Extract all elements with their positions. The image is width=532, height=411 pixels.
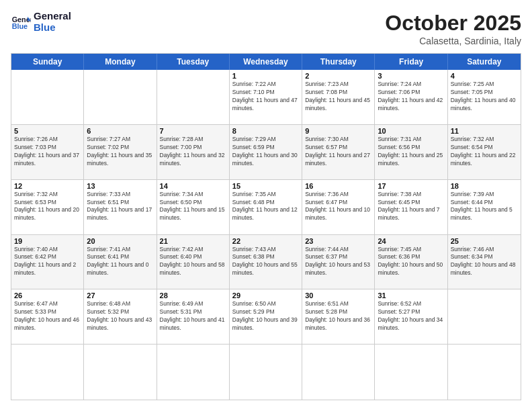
- day-number: 21: [160, 237, 226, 245]
- sun-info: Sunrise: 7:44 AM Sunset: 6:37 PM Dayligh…: [305, 246, 371, 278]
- day-cell-28: 28Sunrise: 6:49 AM Sunset: 5:31 PM Dayli…: [157, 289, 230, 344]
- weekday-header-wednesday: Wednesday: [230, 54, 302, 70]
- logo: General Blue General Blue: [11, 11, 71, 33]
- day-number: 18: [451, 182, 518, 190]
- day-cell-8: 8Sunrise: 7:29 AM Sunset: 6:59 PM Daylig…: [230, 125, 302, 179]
- sun-info: Sunrise: 6:51 AM Sunset: 5:28 PM Dayligh…: [305, 300, 371, 332]
- sun-info: Sunrise: 7:26 AM Sunset: 7:03 PM Dayligh…: [14, 136, 81, 168]
- sun-info: Sunrise: 7:29 AM Sunset: 6:59 PM Dayligh…: [232, 136, 299, 168]
- weekday-header-monday: Monday: [84, 54, 157, 70]
- sun-info: Sunrise: 6:49 AM Sunset: 5:31 PM Dayligh…: [160, 300, 226, 332]
- day-cell-14: 14Sunrise: 7:34 AM Sunset: 6:50 PM Dayli…: [157, 180, 230, 234]
- weekday-header-sunday: Sunday: [11, 54, 84, 70]
- sun-info: Sunrise: 6:50 AM Sunset: 5:29 PM Dayligh…: [232, 300, 299, 332]
- sun-info: Sunrise: 7:45 AM Sunset: 6:36 PM Dayligh…: [378, 246, 444, 278]
- sun-info: Sunrise: 7:36 AM Sunset: 6:47 PM Dayligh…: [305, 191, 371, 223]
- empty-cell: [84, 345, 157, 400]
- sun-info: Sunrise: 7:23 AM Sunset: 7:08 PM Dayligh…: [305, 81, 371, 113]
- sun-info: Sunrise: 7:33 AM Sunset: 6:51 PM Dayligh…: [87, 191, 153, 223]
- day-number: 8: [232, 127, 299, 135]
- day-number: 26: [14, 291, 81, 300]
- empty-cell: [230, 345, 302, 400]
- day-number: 23: [305, 237, 371, 245]
- day-number: 25: [451, 237, 518, 245]
- sun-info: Sunrise: 6:47 AM Sunset: 5:33 PM Dayligh…: [14, 300, 81, 332]
- empty-cell: [157, 70, 230, 124]
- sun-info: Sunrise: 6:52 AM Sunset: 5:27 PM Dayligh…: [378, 300, 444, 332]
- sun-info: Sunrise: 7:40 AM Sunset: 6:42 PM Dayligh…: [14, 246, 81, 278]
- day-number: 12: [14, 182, 81, 190]
- sun-info: Sunrise: 7:22 AM Sunset: 7:10 PM Dayligh…: [232, 81, 299, 113]
- day-cell-5: 5Sunrise: 7:26 AM Sunset: 7:03 PM Daylig…: [11, 125, 84, 179]
- day-cell-27: 27Sunrise: 6:48 AM Sunset: 5:32 PM Dayli…: [84, 289, 157, 344]
- empty-cell: [11, 345, 84, 400]
- sun-info: Sunrise: 7:34 AM Sunset: 6:50 PM Dayligh…: [160, 191, 226, 223]
- logo-icon: General Blue: [11, 12, 31, 32]
- empty-cell: [448, 345, 521, 400]
- day-cell-19: 19Sunrise: 7:40 AM Sunset: 6:42 PM Dayli…: [11, 235, 84, 289]
- sun-info: Sunrise: 7:41 AM Sunset: 6:41 PM Dayligh…: [87, 246, 153, 278]
- day-number: 27: [87, 291, 153, 300]
- day-cell-10: 10Sunrise: 7:31 AM Sunset: 6:56 PM Dayli…: [375, 125, 447, 179]
- empty-cell: [448, 289, 521, 344]
- day-cell-12: 12Sunrise: 7:32 AM Sunset: 6:53 PM Dayli…: [11, 180, 84, 234]
- weekday-header-tuesday: Tuesday: [157, 54, 230, 70]
- sun-info: Sunrise: 7:31 AM Sunset: 6:56 PM Dayligh…: [378, 136, 444, 168]
- sun-info: Sunrise: 7:32 AM Sunset: 6:53 PM Dayligh…: [14, 191, 81, 223]
- day-number: 2: [305, 72, 371, 80]
- week-row-1: 1Sunrise: 7:22 AM Sunset: 7:10 PM Daylig…: [11, 70, 521, 125]
- empty-cell: [11, 70, 84, 124]
- day-cell-13: 13Sunrise: 7:33 AM Sunset: 6:51 PM Dayli…: [84, 180, 157, 234]
- weekday-header-saturday: Saturday: [448, 54, 521, 70]
- day-number: 29: [232, 291, 299, 300]
- page-header: General Blue General Blue October 2025 C…: [11, 11, 521, 46]
- day-cell-7: 7Sunrise: 7:28 AM Sunset: 7:00 PM Daylig…: [157, 125, 230, 179]
- day-number: 7: [160, 127, 226, 135]
- sun-info: Sunrise: 7:25 AM Sunset: 7:05 PM Dayligh…: [451, 81, 518, 113]
- day-cell-25: 25Sunrise: 7:46 AM Sunset: 6:34 PM Dayli…: [448, 235, 521, 289]
- sun-info: Sunrise: 7:24 AM Sunset: 7:06 PM Dayligh…: [378, 81, 444, 113]
- day-number: 17: [378, 182, 444, 190]
- day-cell-21: 21Sunrise: 7:42 AM Sunset: 6:40 PM Dayli…: [157, 235, 230, 289]
- day-number: 16: [305, 182, 371, 190]
- title-block: October 2025 Calasetta, Sardinia, Italy: [385, 11, 521, 46]
- empty-cell: [157, 345, 230, 400]
- day-cell-22: 22Sunrise: 7:43 AM Sunset: 6:38 PM Dayli…: [230, 235, 302, 289]
- day-number: 15: [232, 182, 299, 190]
- day-cell-29: 29Sunrise: 6:50 AM Sunset: 5:29 PM Dayli…: [230, 289, 302, 344]
- day-number: 20: [87, 237, 153, 245]
- week-row-5: 26Sunrise: 6:47 AM Sunset: 5:33 PM Dayli…: [11, 289, 521, 345]
- day-number: 4: [451, 72, 518, 80]
- day-number: 3: [378, 72, 444, 80]
- day-number: 9: [305, 127, 371, 135]
- day-cell-30: 30Sunrise: 6:51 AM Sunset: 5:28 PM Dayli…: [302, 289, 375, 344]
- day-number: 6: [87, 127, 153, 135]
- calendar-body: 1Sunrise: 7:22 AM Sunset: 7:10 PM Daylig…: [11, 70, 521, 400]
- day-cell-4: 4Sunrise: 7:25 AM Sunset: 7:05 PM Daylig…: [448, 70, 521, 124]
- sun-info: Sunrise: 7:43 AM Sunset: 6:38 PM Dayligh…: [232, 246, 299, 278]
- sun-info: Sunrise: 7:32 AM Sunset: 6:54 PM Dayligh…: [451, 136, 518, 168]
- day-cell-16: 16Sunrise: 7:36 AM Sunset: 6:47 PM Dayli…: [302, 180, 375, 234]
- day-cell-23: 23Sunrise: 7:44 AM Sunset: 6:37 PM Dayli…: [302, 235, 375, 289]
- day-number: 13: [87, 182, 153, 190]
- logo-general-text: General: [34, 11, 71, 22]
- day-number: 28: [160, 291, 226, 300]
- sun-info: Sunrise: 7:28 AM Sunset: 7:00 PM Dayligh…: [160, 136, 226, 168]
- empty-cell: [84, 70, 157, 124]
- day-cell-3: 3Sunrise: 7:24 AM Sunset: 7:06 PM Daylig…: [375, 70, 447, 124]
- week-row-6: [11, 345, 521, 400]
- day-number: 5: [14, 127, 81, 135]
- sun-info: Sunrise: 7:39 AM Sunset: 6:44 PM Dayligh…: [451, 191, 518, 223]
- logo-blue-text: Blue: [34, 22, 71, 34]
- sun-info: Sunrise: 7:35 AM Sunset: 6:48 PM Dayligh…: [232, 191, 299, 223]
- day-cell-1: 1Sunrise: 7:22 AM Sunset: 7:10 PM Daylig…: [230, 70, 302, 124]
- calendar-page: General Blue General Blue October 2025 C…: [0, 0, 532, 411]
- day-number: 30: [305, 291, 371, 300]
- weekday-header-thursday: Thursday: [302, 54, 375, 70]
- day-number: 1: [232, 72, 299, 80]
- weekday-header-friday: Friday: [375, 54, 447, 70]
- week-row-2: 5Sunrise: 7:26 AM Sunset: 7:03 PM Daylig…: [11, 125, 521, 180]
- empty-cell: [302, 345, 375, 400]
- day-cell-2: 2Sunrise: 7:23 AM Sunset: 7:08 PM Daylig…: [302, 70, 375, 124]
- day-cell-31: 31Sunrise: 6:52 AM Sunset: 5:27 PM Dayli…: [375, 289, 447, 344]
